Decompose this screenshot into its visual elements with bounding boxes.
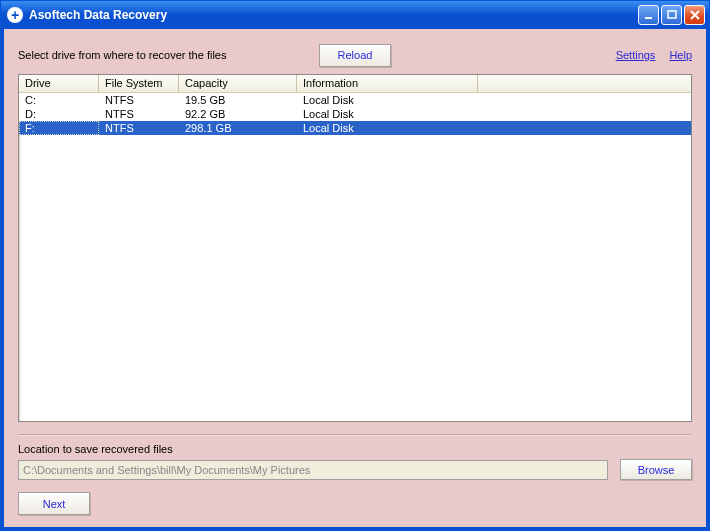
- app-icon: +: [7, 7, 23, 23]
- bottom-panel: Location to save recovered files Browse …: [18, 434, 692, 515]
- window-controls: [638, 5, 705, 25]
- titlebar: + Asoftech Data Recovery: [1, 1, 709, 29]
- svg-rect-0: [645, 17, 652, 19]
- col-header-drive[interactable]: Drive: [19, 75, 99, 92]
- maximize-button[interactable]: [661, 5, 682, 25]
- window-title: Asoftech Data Recovery: [29, 8, 167, 22]
- table-row[interactable]: C:NTFS19.5 GBLocal Disk: [19, 93, 691, 107]
- cell-information: Local Disk: [297, 93, 478, 107]
- client-area: Select drive from where to recover the f…: [1, 29, 709, 530]
- close-icon: [689, 9, 701, 21]
- minimize-icon: [643, 9, 655, 21]
- browse-button[interactable]: Browse: [620, 459, 692, 480]
- cell-drive: F:: [19, 121, 99, 135]
- select-drive-prompt: Select drive from where to recover the f…: [18, 49, 226, 61]
- cell-filesystem: NTFS: [99, 93, 179, 107]
- close-button[interactable]: [684, 5, 705, 25]
- divider: [18, 434, 692, 435]
- drive-list[interactable]: Drive File System Capacity Information C…: [18, 74, 692, 422]
- save-location-input[interactable]: [18, 460, 608, 480]
- col-header-filesystem[interactable]: File System: [99, 75, 179, 92]
- minimize-button[interactable]: [638, 5, 659, 25]
- cell-capacity: 298.1 GB: [179, 121, 297, 135]
- save-location-label: Location to save recovered files: [18, 443, 692, 455]
- cell-filesystem: NTFS: [99, 121, 179, 135]
- table-row[interactable]: F:NTFS298.1 GBLocal Disk: [19, 121, 691, 135]
- svg-rect-1: [668, 11, 676, 18]
- col-header-extra[interactable]: [478, 75, 691, 92]
- table-row[interactable]: D:NTFS92.2 GBLocal Disk: [19, 107, 691, 121]
- col-header-capacity[interactable]: Capacity: [179, 75, 297, 92]
- cell-information: Local Disk: [297, 107, 478, 121]
- app-window: + Asoftech Data Recovery Select drive fr…: [0, 0, 710, 531]
- reload-button[interactable]: Reload: [319, 44, 391, 67]
- maximize-icon: [666, 9, 678, 21]
- settings-link[interactable]: Settings: [616, 49, 656, 61]
- col-header-information[interactable]: Information: [297, 75, 478, 92]
- top-toolbar: Select drive from where to recover the f…: [18, 42, 692, 68]
- cell-capacity: 92.2 GB: [179, 107, 297, 121]
- column-headers: Drive File System Capacity Information: [19, 75, 691, 93]
- cell-information: Local Disk: [297, 121, 478, 135]
- cell-capacity: 19.5 GB: [179, 93, 297, 107]
- help-link[interactable]: Help: [669, 49, 692, 61]
- drive-list-body: C:NTFS19.5 GBLocal DiskD:NTFS92.2 GBLoca…: [19, 93, 691, 135]
- cell-filesystem: NTFS: [99, 107, 179, 121]
- cell-drive: C:: [19, 93, 99, 107]
- next-button[interactable]: Next: [18, 492, 90, 515]
- cell-drive: D:: [19, 107, 99, 121]
